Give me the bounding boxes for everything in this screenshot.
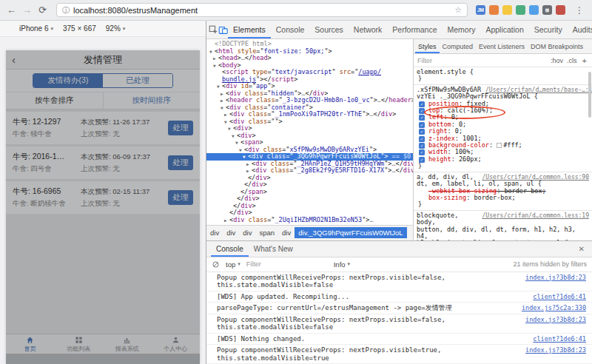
arrow-open-icon[interactable]: ▼ bbox=[213, 62, 218, 70]
devtools-tab-sources[interactable]: Sources bbox=[309, 21, 349, 38]
css-property[interactable]: ✓height: 260px; bbox=[417, 156, 589, 163]
console-source-link[interactable]: client?1de6:41 bbox=[533, 335, 586, 343]
arrow-closed-icon[interactable]: ▶ bbox=[246, 161, 252, 168]
devtools-tab-performance[interactable]: Performance bbox=[387, 21, 442, 38]
dom-node[interactable]: </div> bbox=[206, 175, 413, 182]
extension-icon[interactable] bbox=[502, 5, 512, 15]
css-property[interactable]: box-sizing: border-box; bbox=[417, 195, 589, 201]
page-info-icon[interactable]: ⓘ bbox=[62, 5, 70, 16]
devtools-tab-elements[interactable]: Elements bbox=[228, 21, 271, 38]
arrow-open-icon[interactable]: ▼ bbox=[221, 104, 226, 112]
property-checkbox[interactable]: ✓ bbox=[419, 115, 425, 121]
console-message-text: Popup componentWillReceiveProps: nextPro… bbox=[217, 274, 449, 289]
console-level-select[interactable]: Info ▾ bbox=[334, 260, 350, 269]
device-select[interactable]: iPhone 6 ▾ bbox=[19, 24, 53, 33]
arrow-closed-icon[interactable]: ▶ bbox=[213, 55, 218, 62]
property-checkbox[interactable]: ✓ bbox=[419, 122, 425, 128]
arrow-open-icon[interactable]: ▼ bbox=[232, 132, 237, 140]
extension-icon[interactable]: JM bbox=[476, 5, 485, 15]
console-tab-what-s-new[interactable]: What's New bbox=[249, 241, 298, 257]
clear-console-button[interactable] bbox=[212, 260, 220, 269]
extension-icon[interactable] bbox=[516, 5, 525, 15]
console-source-link[interactable]: index.js?3b8d:23 bbox=[525, 346, 586, 362]
toggle-element-state-button[interactable]: :hov bbox=[551, 57, 563, 64]
arrow-closed-icon[interactable]: ▶ bbox=[224, 217, 229, 224]
console-tabs: ConsoleWhat's New bbox=[211, 241, 298, 257]
new-style-rule-button[interactable]: + bbox=[581, 56, 588, 65]
style-source-link[interactable]: /Users/crifan/d…common.less:19 bbox=[482, 212, 590, 226]
color-swatch[interactable] bbox=[497, 143, 502, 148]
forward-button[interactable]: → bbox=[21, 4, 33, 16]
dom-node[interactable]: </div> bbox=[206, 181, 413, 189]
breadcrumb-item[interactable]: div._3QG9hPqwrFFcuisW0WtJoL bbox=[295, 227, 406, 238]
styles-scrollbar[interactable] bbox=[588, 72, 591, 118]
arrow-open-icon[interactable]: ▼ bbox=[239, 146, 244, 154]
element-classes-button[interactable]: .cls bbox=[567, 57, 577, 64]
dom-node[interactable]: ▼<div> bbox=[206, 132, 413, 140]
extension-icon[interactable]: ⊞ bbox=[542, 5, 552, 15]
devtools-tab-security[interactable]: Security bbox=[529, 21, 568, 38]
style-rule: blockquote, body,/Users/crifan/d…common.… bbox=[414, 211, 592, 240]
dom-node[interactable]: ▶<div class="_2UqiIHZbMRO2N1Bm32eN53">… bbox=[206, 217, 413, 224]
console-messages: Popup componentWillReceiveProps: nextPro… bbox=[206, 272, 592, 364]
drawer-close-button[interactable]: ✕ bbox=[576, 245, 588, 253]
arrow-open-icon[interactable]: ▼ bbox=[209, 48, 215, 55]
arrow-closed-icon[interactable]: ▶ bbox=[221, 90, 226, 98]
bookmark-star-icon[interactable]: ☆ bbox=[454, 5, 462, 15]
browser-menu-button[interactable]: ⋮ bbox=[573, 5, 586, 16]
devtools-tab-memory[interactable]: Memory bbox=[442, 21, 480, 38]
device-zoom-select[interactable]: 92% ▾ bbox=[106, 24, 126, 33]
devtools-tab-console[interactable]: Console bbox=[271, 21, 310, 38]
styles-tab-dom-breakpoints[interactable]: DOM Breakpoints bbox=[528, 39, 586, 53]
breadcrumb-item[interactable]: div bbox=[239, 227, 255, 238]
dom-node[interactable]: ▶<div class="_2g8Ek2f9yE5RFTD16-X17X">…<… bbox=[206, 167, 413, 175]
arrow-open-icon[interactable]: ▼ bbox=[235, 139, 240, 146]
styles-tab-styles[interactable]: Styles bbox=[415, 39, 440, 53]
arrow-closed-icon[interactable]: ▶ bbox=[221, 97, 226, 104]
console-tab-console[interactable]: Console bbox=[211, 241, 249, 257]
property-checkbox[interactable]: ✓ bbox=[419, 101, 425, 107]
selector-text: button, dd, div, dl, dt, form, h1, h2, h… bbox=[417, 226, 589, 240]
arrow-open-icon[interactable]: ▼ bbox=[217, 83, 222, 90]
property-checkbox[interactable]: ✓ bbox=[419, 149, 425, 155]
property-checkbox[interactable]: ✓ bbox=[419, 143, 425, 149]
chevron-down-icon: ▾ bbox=[50, 26, 53, 32]
styles-tab-event-listeners[interactable]: Event Listeners bbox=[476, 39, 528, 53]
console-filter-input[interactable] bbox=[246, 260, 328, 268]
devtools-tab-audits[interactable]: Audits bbox=[568, 21, 592, 38]
console-source-link[interactable]: client?1de6:41 bbox=[533, 293, 586, 301]
breadcrumb-item[interactable]: span bbox=[255, 227, 278, 238]
breadcrumb-item[interactable]: div bbox=[223, 227, 239, 238]
console-message-text: Popup componentWillReceiveProps: nextPro… bbox=[217, 316, 449, 331]
property-checkbox[interactable]: ✓ bbox=[419, 129, 425, 135]
extension-icons: JM⊞ bbox=[476, 5, 565, 15]
console-context-select[interactable]: top ▾ bbox=[226, 260, 240, 269]
console-source-link[interactable]: index.js?3b8d:23 bbox=[525, 316, 586, 331]
arrow-closed-icon[interactable]: ▶ bbox=[224, 111, 229, 118]
console-source-link[interactable]: index.js?3b8d:23 bbox=[525, 274, 586, 289]
dom-tree: <!DOCTYPE html>▼<html style="font-size: … bbox=[206, 39, 413, 225]
extension-icon[interactable] bbox=[556, 5, 565, 15]
property-checkbox[interactable]: ✓ bbox=[419, 136, 425, 142]
style-rule: a, dd, div, dl,/Users/crifan/d…common.le… bbox=[414, 172, 592, 211]
toggle-device-toolbar-button[interactable] bbox=[218, 21, 228, 38]
property-checkbox[interactable]: ✓ bbox=[419, 157, 425, 163]
address-bar[interactable]: ⓘ localhost:8080/estrusManagement ☆ bbox=[56, 3, 468, 17]
console-source-link[interactable]: index.js?5c2a:330 bbox=[522, 304, 586, 312]
arrow-open-icon[interactable]: ▼ bbox=[228, 125, 233, 132]
devtools-tab-application[interactable]: Application bbox=[480, 21, 528, 38]
breadcrumb-item[interactable]: div bbox=[206, 227, 223, 238]
breadcrumb: divdivdivspandivdiv._3QG9hPqwrFFcuisW0Wt… bbox=[206, 225, 413, 240]
styles-filter-input[interactable] bbox=[417, 57, 547, 64]
arrow-open-icon[interactable]: ▼ bbox=[243, 153, 248, 161]
extension-icon[interactable] bbox=[529, 5, 539, 15]
breadcrumb-item[interactable]: div bbox=[278, 227, 295, 238]
devtools-tab-network[interactable]: Network bbox=[349, 21, 388, 38]
reload-button[interactable]: ⟳ bbox=[37, 4, 48, 16]
back-button[interactable]: ← bbox=[6, 4, 17, 16]
inspect-element-button[interactable] bbox=[209, 21, 218, 38]
arrow-open-icon[interactable]: ▼ bbox=[224, 118, 229, 126]
property-checkbox[interactable]: ✓ bbox=[419, 108, 425, 114]
styles-tab-computed[interactable]: Computed bbox=[440, 39, 477, 53]
extension-icon[interactable] bbox=[489, 5, 499, 15]
